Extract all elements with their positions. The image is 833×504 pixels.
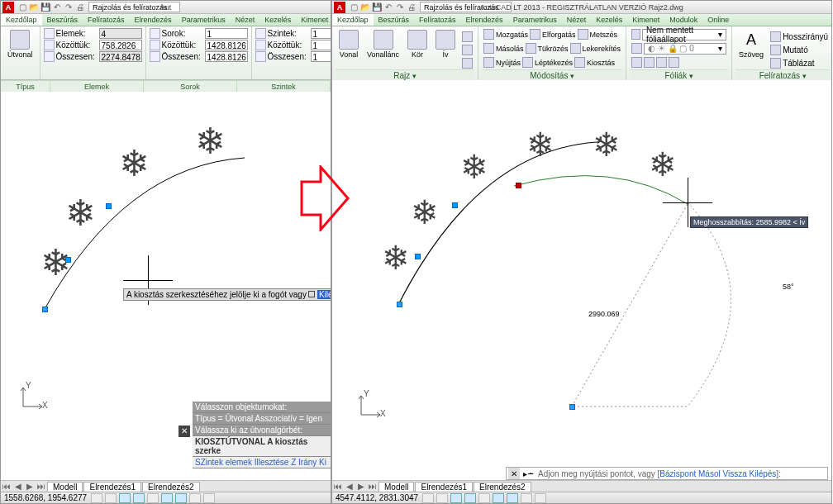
circle-button[interactable]: Kör (404, 28, 431, 60)
array-label[interactable]: Kiosztás (587, 59, 615, 67)
command-line[interactable]: ✕ ▸∸ Adjon meg nyújtási pontot, vagy [Bá… (506, 467, 828, 480)
qat-open-icon[interactable]: 📂 (29, 2, 39, 12)
tab-elrendezes[interactable]: Elrendezés (461, 14, 508, 26)
tab-kezeles[interactable]: Kezelés (259, 14, 296, 26)
tab-kimenet[interactable]: Kimenet (296, 14, 331, 26)
rotate-label[interactable]: Elforgatás (542, 31, 576, 39)
tab-model[interactable]: Modell (47, 482, 83, 492)
tab-layout2[interactable]: Elrendezés2 (142, 482, 200, 492)
layer-state-dropdown[interactable]: Nem mentett fóliaállapot▾ (642, 29, 726, 40)
copy-label[interactable]: Másolás (496, 45, 524, 53)
qat-redo-icon[interactable]: ↷ (395, 2, 405, 12)
polyline-button[interactable]: Vonallánc (364, 28, 402, 60)
tab-online[interactable]: Online (702, 14, 734, 26)
tab-nav-last[interactable]: ⏭ (367, 482, 378, 491)
qat-redo-icon[interactable]: ↷ (64, 2, 74, 12)
table-icon[interactable] (770, 58, 781, 69)
total-input[interactable]: 2274.8478 (99, 51, 142, 62)
app-icon[interactable]: A (2, 2, 14, 13)
qat-new-icon[interactable]: ▢ (349, 2, 359, 12)
sb-lwt[interactable] (189, 493, 201, 503)
tab-feliratozas[interactable]: Felíratozás (414, 14, 461, 26)
drawing-area-right[interactable]: ❄ ❄ ❄ ❄ ❄ ❄ Meghosszabbítás: 2585.9982 <… (332, 80, 831, 468)
move-label[interactable]: Mozgatás (496, 31, 528, 39)
table-label[interactable]: Táblázat (783, 59, 814, 68)
tab-beszuras[interactable]: Beszúrás (42, 14, 83, 26)
array-icon[interactable] (574, 57, 585, 68)
sb-lwt[interactable] (521, 493, 532, 503)
qat-print-icon[interactable]: 🖨 (407, 2, 416, 12)
tab-nav-last[interactable]: ⏭ (36, 482, 47, 491)
sb-snap[interactable] (436, 493, 448, 503)
arc-button[interactable]: Ív (432, 28, 459, 60)
tab-nav-next[interactable]: ▶ (355, 482, 367, 491)
sb-otrack[interactable] (493, 493, 504, 503)
cmd-prompt[interactable]: Adjon meg nyújtási pontot, vagy [Bázispo… (536, 469, 827, 478)
levels-between-input[interactable]: 1 (311, 40, 331, 50)
tab-layout1[interactable]: Elrendezés1 (83, 482, 141, 492)
tab-nezet[interactable]: Nézet (231, 14, 260, 26)
tab-layout1[interactable]: Elrendezés1 (415, 482, 473, 492)
move-icon[interactable] (483, 29, 494, 40)
layer-iso-icon[interactable] (631, 57, 642, 68)
qat-print-icon[interactable]: 🖨 (75, 2, 85, 12)
tab-layout2[interactable]: Elrendezés2 (474, 482, 531, 492)
tab-parametrikus[interactable]: Parametrikus (177, 14, 231, 26)
grip-mid2[interactable] (452, 202, 458, 208)
tab-modulok[interactable]: Modulok (664, 14, 702, 26)
between-input[interactable]: 758.2826 (99, 40, 142, 50)
dim-label[interactable]: Hosszirányú (783, 32, 828, 41)
layer-off-icon[interactable] (644, 57, 654, 68)
tab-model[interactable]: Modell (378, 482, 414, 492)
tab-kimenet[interactable]: Kimenet (627, 14, 664, 26)
mirror-label[interactable]: Tükrözés (538, 45, 569, 53)
tab-kezdolap[interactable]: Kezdőlap (1, 14, 42, 26)
copy-icon[interactable] (483, 43, 494, 54)
drawing-area-left[interactable]: ❄ ❄ ❄ ❄ A kiosztás szerkesztéséhez jelöl… (1, 92, 331, 468)
hatch-icon[interactable] (462, 45, 473, 55)
stretch-icon[interactable] (483, 57, 494, 68)
tab-nezet[interactable]: Nézet (562, 14, 592, 26)
type-path-button[interactable]: Útvonal (4, 28, 36, 60)
tab-nav-prev[interactable]: ◀ (344, 482, 355, 491)
tab-parametrikus[interactable]: Parametrikus (508, 14, 562, 26)
tab-nav-next[interactable]: ▶ (24, 482, 36, 491)
layer-lock-icon[interactable] (656, 57, 667, 68)
tab-kezdolap[interactable]: Kezdőlap (332, 14, 374, 26)
tab-nav-first[interactable]: ⏮ (332, 482, 344, 491)
scale-icon[interactable] (522, 57, 533, 68)
stretch-label[interactable]: Nyújtás (496, 59, 521, 67)
levels-total-input[interactable]: 1 (311, 51, 331, 62)
items-input[interactable]: 4 (99, 28, 142, 39)
tab-nav-first[interactable]: ⏮ (1, 482, 12, 491)
sb-grid[interactable] (422, 493, 434, 503)
rect-icon[interactable] (462, 31, 473, 42)
mirror-icon[interactable] (526, 43, 536, 54)
dim-icon[interactable] (770, 31, 781, 42)
rows-between-input[interactable]: 1428.8126 (205, 40, 248, 50)
leader-label[interactable]: Mutató (783, 45, 808, 55)
sb-snap[interactable] (105, 493, 117, 503)
sb-dyn[interactable] (175, 493, 187, 503)
levels-input[interactable]: 1 (311, 28, 331, 39)
sb-otrack[interactable] (161, 493, 173, 503)
leader-icon[interactable] (770, 45, 781, 55)
tab-elrendezes[interactable]: Elrendezés (130, 14, 177, 26)
sb-ortho[interactable] (119, 493, 131, 503)
trim-label[interactable]: Metszés (590, 31, 618, 39)
sb-osnap[interactable] (147, 493, 159, 503)
trim-icon[interactable] (578, 29, 588, 40)
layer-dropdown[interactable]: ◐ ☀ 🔒 ▢ 0▾ (644, 43, 726, 55)
rotate-icon[interactable] (530, 29, 540, 40)
sb-qp[interactable] (203, 493, 215, 503)
sb-osnap[interactable] (478, 493, 490, 503)
layer-freeze-icon[interactable] (631, 43, 642, 54)
grip-start[interactable] (42, 307, 48, 312)
qat-undo-icon[interactable]: ↶ (383, 2, 393, 12)
cmd-close-icon[interactable]: ✕ (508, 468, 520, 479)
grip-start[interactable] (397, 302, 402, 307)
layer-match-icon[interactable] (669, 57, 679, 68)
qat-new-icon[interactable]: ▢ (17, 2, 27, 12)
tab-kezeles[interactable]: Kezelés (591, 14, 627, 26)
tab-feliratozas[interactable]: Felíratozás (83, 14, 130, 26)
